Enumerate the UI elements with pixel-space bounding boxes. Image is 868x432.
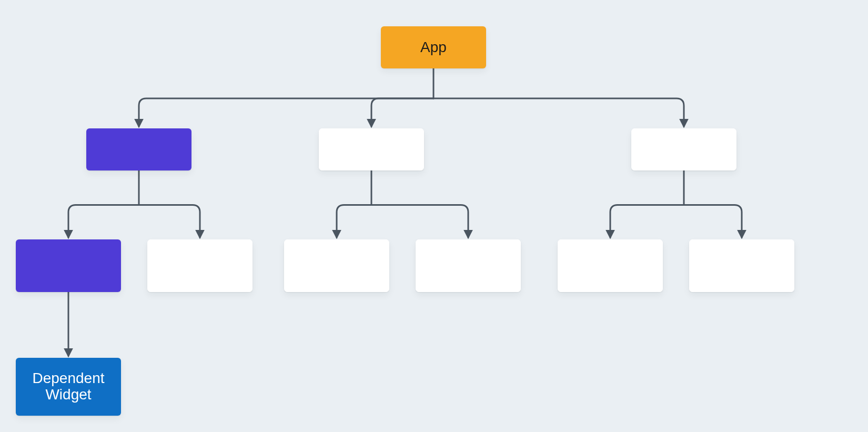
node-app: App bbox=[381, 26, 486, 68]
node-level1-right bbox=[631, 128, 736, 170]
node-level2-2 bbox=[147, 239, 253, 292]
node-level2-6 bbox=[689, 239, 794, 292]
node-level2-1 bbox=[16, 239, 121, 292]
node-app-label: App bbox=[420, 39, 447, 56]
node-level2-4 bbox=[416, 239, 521, 292]
node-level2-3 bbox=[284, 239, 389, 292]
node-level1-left bbox=[86, 128, 191, 170]
diagram-canvas: App Dependent Widget bbox=[0, 0, 868, 432]
node-dependent-widget-label: Dependent Widget bbox=[32, 370, 104, 403]
node-dependent-widget: Dependent Widget bbox=[16, 358, 121, 416]
node-level2-5 bbox=[558, 239, 663, 292]
node-level1-center bbox=[319, 128, 424, 170]
